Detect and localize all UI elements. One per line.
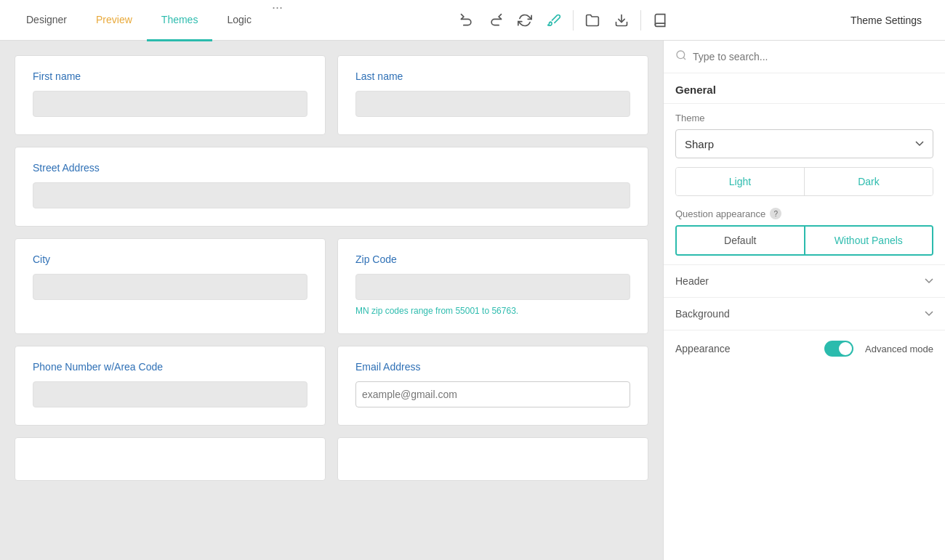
- zip-label: Zip Code: [355, 253, 630, 265]
- appearance-without-panels-label: Without Panels: [835, 235, 903, 246]
- field-card-extra-2: [337, 437, 648, 481]
- field-card-street: Street Address: [15, 147, 648, 227]
- field-card-city: City: [15, 238, 326, 334]
- header-section[interactable]: Header: [664, 264, 945, 297]
- advanced-mode-label: Advanced mode: [865, 344, 933, 354]
- question-appearance-row: Question appearance ? Default Without Pa…: [664, 205, 945, 264]
- theme-setting-row: Theme Sharp Default Modern Classic Light…: [664, 104, 945, 205]
- background-chevron-icon: [925, 311, 933, 317]
- header-chevron-icon: [925, 278, 933, 284]
- last-name-input[interactable]: [355, 91, 630, 117]
- main-layout: First name Last name Street Address City…: [0, 41, 945, 560]
- redo-button[interactable]: [483, 7, 509, 33]
- last-name-label: Last name: [355, 70, 630, 82]
- tab-themes-label: Themes: [161, 14, 198, 25]
- tab-logic-label: Logic: [227, 14, 251, 25]
- appearance-advanced-row: Appearance Advanced mode: [664, 330, 945, 367]
- dark-label: Dark: [858, 176, 880, 187]
- toggle-track: [824, 341, 853, 357]
- tab-themes[interactable]: Themes: [147, 1, 213, 41]
- form-row-1: Street Address: [15, 147, 648, 227]
- top-nav: Designer Preview Themes Logic ···: [0, 0, 945, 41]
- form-row-2: City Zip Code MN zip codes range from 55…: [15, 238, 648, 334]
- field-card-first-name: First name: [15, 55, 326, 135]
- svg-point-1: [677, 51, 685, 59]
- tab-designer[interactable]: Designer: [12, 1, 81, 41]
- form-area: First name Last name Street Address City…: [0, 41, 663, 560]
- more-menu-button[interactable]: ···: [266, 0, 289, 41]
- theme-dropdown[interactable]: Sharp Default Modern Classic: [675, 129, 933, 158]
- tab-designer-label: Designer: [26, 14, 67, 25]
- svg-line-2: [683, 57, 685, 60]
- question-appearance-label: Question appearance ?: [675, 208, 933, 219]
- street-input[interactable]: [33, 182, 630, 208]
- book-button[interactable]: [647, 7, 673, 33]
- street-label: Street Address: [33, 162, 630, 174]
- appearance-default-button[interactable]: Default: [677, 227, 804, 254]
- tab-logic[interactable]: Logic: [212, 1, 265, 41]
- tab-preview[interactable]: Preview: [81, 1, 147, 41]
- paint-bucket-button[interactable]: [541, 7, 567, 33]
- form-row-3: Phone Number w/Area Code Email Address: [15, 346, 648, 426]
- email-label: Email Address: [355, 361, 630, 373]
- field-card-last-name: Last name: [337, 55, 648, 135]
- toggle-thumb: [839, 342, 852, 355]
- tab-preview-label: Preview: [96, 14, 132, 25]
- qa-label-text: Question appearance: [675, 208, 765, 219]
- phone-input[interactable]: [33, 381, 307, 407]
- theme-settings-button[interactable]: Theme Settings: [839, 15, 933, 26]
- question-appearance-help-icon[interactable]: ?: [770, 208, 781, 219]
- theme-settings-label: Theme Settings: [850, 15, 922, 26]
- first-name-label: First name: [33, 70, 307, 82]
- light-mode-button[interactable]: Light: [676, 168, 804, 195]
- appearance-default-label: Default: [724, 235, 756, 246]
- first-name-input[interactable]: [33, 91, 307, 117]
- light-label: Light: [729, 176, 751, 187]
- phone-label: Phone Number w/Area Code: [33, 361, 307, 373]
- advanced-mode-toggle[interactable]: [824, 341, 853, 357]
- appearance-without-panels-button[interactable]: Without Panels: [804, 227, 933, 254]
- advanced-mode-right: Advanced mode: [824, 341, 933, 357]
- panel-search: [664, 41, 945, 73]
- general-section-header: General: [664, 73, 945, 104]
- refresh-button[interactable]: [512, 7, 538, 33]
- city-input[interactable]: [33, 274, 307, 300]
- nav-tabs: Designer Preview Themes Logic ···: [12, 0, 289, 41]
- zip-input[interactable]: [355, 274, 630, 300]
- theme-setting-label: Theme: [675, 113, 933, 123]
- search-input[interactable]: [693, 51, 933, 62]
- form-row-4: [15, 437, 648, 481]
- background-label: Background: [675, 308, 730, 320]
- toolbar-icons: [454, 7, 673, 33]
- toolbar-separator-1: [573, 10, 574, 31]
- header-label: Header: [675, 275, 709, 287]
- field-card-email: Email Address: [337, 346, 648, 426]
- field-card-phone: Phone Number w/Area Code: [15, 346, 326, 426]
- light-dark-toggle: Light Dark: [675, 167, 933, 196]
- email-input[interactable]: [355, 381, 630, 407]
- city-label: City: [33, 253, 307, 265]
- zip-hint: MN zip codes range from 55001 to 56763.: [355, 306, 630, 316]
- search-icon: [675, 49, 687, 64]
- form-row-0: First name Last name: [15, 55, 648, 135]
- toolbar-separator-2: [640, 10, 641, 31]
- background-section[interactable]: Background: [664, 297, 945, 330]
- field-card-extra-1: [15, 437, 326, 481]
- field-card-zip: Zip Code MN zip codes range from 55001 t…: [337, 238, 648, 334]
- appearance-section-label: Appearance: [675, 343, 731, 354]
- general-label: General: [675, 84, 716, 96]
- download-button[interactable]: [608, 7, 635, 33]
- appearance-toggle: Default Without Panels: [675, 225, 933, 256]
- open-folder-button[interactable]: [579, 7, 606, 33]
- undo-button[interactable]: [454, 7, 480, 33]
- dark-mode-button[interactable]: Dark: [804, 168, 933, 195]
- right-panel: General Theme Sharp Default Modern Class…: [663, 41, 945, 560]
